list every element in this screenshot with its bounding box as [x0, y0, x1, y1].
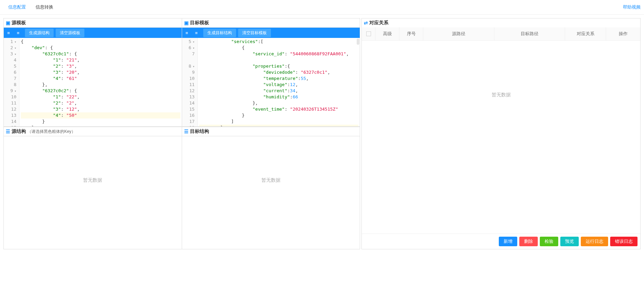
col-relation: 对应关系 — [565, 27, 606, 40]
source-template-panel: ▣ 源模板 ≡ ≡ 生成源结构 清空源模板 1 ▾2 ▾3 ▾456789 ▾1… — [3, 18, 182, 127]
indent-right-icon[interactable]: ≡ — [13, 28, 23, 38]
source-structure-panel: ☰ 源结构 （请选择黑色粗体的Key） 暂无数据 — [3, 127, 182, 249]
source-structure-title: 源结构 — [12, 128, 26, 135]
col-target-path: 目标路径 — [494, 27, 565, 40]
target-toolbar: ≡ ≡ 生成目标结构 清空目标模板 — [182, 28, 360, 38]
tree-icon: ☰ — [184, 129, 189, 134]
template-icon: ▣ — [6, 20, 10, 26]
mapping-empty: 暂无数据 — [362, 41, 640, 149]
gen-target-struct-button[interactable]: 生成目标结构 — [203, 29, 236, 37]
gen-source-struct-button[interactable]: 生成源结构 — [25, 29, 54, 37]
mapping-table-header: 高级 序号 源路径 目标路径 对应关系 操作 — [362, 27, 640, 40]
scrollbar[interactable] — [357, 39, 359, 45]
col-operation: 操作 — [606, 27, 640, 40]
target-template-panel: ▣ 目标模板 ≡ ≡ 生成目标结构 清空目标模板 5 ▾6 ▾7 8 ▾9101… — [182, 18, 360, 127]
link-icon: ⇄ — [364, 20, 368, 26]
add-button[interactable]: 新增 — [499, 237, 517, 246]
target-structure-empty: 暂无数据 — [182, 136, 360, 249]
source-structure-hint: （请选择黑色粗体的Key） — [27, 129, 76, 135]
top-tabs: 信息配置 信息转换 帮助视频 — [0, 0, 644, 15]
target-template-title: 目标模板 — [190, 20, 209, 26]
tab-info-transform[interactable]: 信息转换 — [31, 3, 58, 12]
target-structure-panel: ☰ 目标结构 暂无数据 — [182, 127, 360, 249]
clear-target-template-button[interactable]: 清空目标模板 — [238, 29, 271, 37]
clear-source-template-button[interactable]: 清空源模板 — [56, 29, 84, 37]
source-editor[interactable]: 1 ▾2 ▾3 ▾456789 ▾1011121314151617 { "dev… — [4, 38, 182, 127]
template-icon: ▣ — [184, 20, 189, 26]
target-editor[interactable]: 5 ▾6 ▾7 8 ▾91011121314151617181920 "serv… — [182, 38, 360, 127]
delete-button[interactable]: 删除 — [519, 237, 538, 246]
tree-icon: ☰ — [6, 129, 10, 134]
indent-left-icon[interactable]: ≡ — [4, 28, 13, 38]
source-toolbar: ≡ ≡ 生成源结构 清空源模板 — [4, 28, 182, 38]
col-seq: 序号 — [399, 27, 423, 40]
col-advanced: 高级 — [375, 27, 399, 40]
mapping-title: 对应关系 — [369, 20, 388, 26]
runlog-button[interactable]: 运行日志 — [581, 237, 608, 246]
indent-right-icon[interactable]: ≡ — [192, 28, 201, 38]
select-all-checkbox[interactable] — [366, 31, 371, 36]
mapping-panel: ⇄ 对应关系 高级 序号 源路径 目标路径 对应关系 操作 暂无数据 新增 删除… — [361, 18, 641, 249]
preview-button[interactable]: 预览 — [560, 237, 579, 246]
tab-info-config[interactable]: 信息配置 — [3, 3, 31, 12]
source-template-title: 源模板 — [12, 20, 26, 26]
target-structure-title: 目标结构 — [190, 128, 209, 135]
check-button[interactable]: 检验 — [540, 237, 558, 246]
indent-left-icon[interactable]: ≡ — [182, 28, 192, 38]
source-structure-empty: 暂无数据 — [4, 136, 182, 249]
errlog-button[interactable]: 错误日志 — [610, 237, 638, 246]
help-video-link[interactable]: 帮助视频 — [623, 4, 641, 10]
footer-buttons: 新增 删除 检验 预览 运行日志 错误日志 — [362, 234, 640, 249]
col-source-path: 源路径 — [423, 27, 494, 40]
